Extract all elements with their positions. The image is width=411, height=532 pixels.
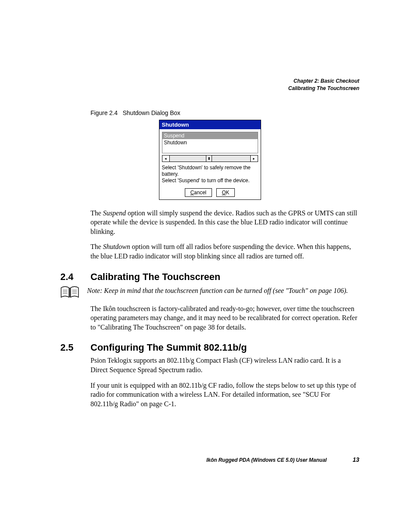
figure-caption: Figure 2.4 Shutdown Dialog Box [90,109,359,116]
paragraph-summit-2: If your unit is equipped with an 802.11b… [90,381,359,409]
section-heading-2-4: 2.4 Calibrating The Touchscreen [60,271,359,283]
section-title: Calibrating The Touchscreen [90,271,221,283]
paragraph-suspend: The Suspend option will simply suspend t… [90,208,359,236]
cancel-button[interactable]: Cancel [185,188,212,197]
list-item-suspend[interactable]: Suspend [162,132,258,139]
scroll-thumb[interactable]: ▮ [206,156,212,162]
scroll-left-button[interactable]: ◂ [162,156,170,162]
list-item-blank [162,146,258,153]
page-number: 13 [352,456,359,463]
section-heading-2-5: 2.5 Configuring The Summit 802.11b/g [60,342,359,353]
page-header: Chapter 2: Basic Checkout Calibrating Th… [60,78,359,92]
section-number: 2.4 [60,271,77,283]
figure-label: Figure 2.4 [90,109,118,116]
help-line-1: Select 'Shutdown' to safely remove the b… [162,165,258,177]
shutdown-dialog: Shutdown Suspend Shutdown ◂ ▮ ▸ Select '… [159,120,261,200]
section-number: 2.5 [60,342,77,353]
paragraph-summit-1: Psion Teklogix supports an 802.11b/g Com… [90,356,359,374]
list-item-shutdown[interactable]: Shutdown [162,139,258,146]
figure-title: Shutdown Dialog Box [123,109,181,116]
help-line-2: Select 'Suspend' to turn off the device. [162,177,258,184]
note-text: Note: Keep in mind that the touchscreen … [87,286,348,296]
ok-button[interactable]: OK [216,188,235,197]
section-title: Configuring The Summit 802.11b/g [90,342,247,353]
paragraph-calibrate: The Ikôn touchscreen is factory-calibrat… [90,304,359,332]
horizontal-scrollbar[interactable]: ◂ ▮ ▸ [162,155,258,162]
dialog-title: Shutdown [159,120,261,129]
footer-title: Ikôn Rugged PDA (Windows CE 5.0) User Ma… [206,457,327,463]
page-footer: Ikôn Rugged PDA (Windows CE 5.0) User Ma… [60,456,359,463]
book-icon [60,285,79,300]
dialog-help-text: Select 'Shutdown' to safely remove the b… [162,165,258,184]
option-listbox[interactable]: Suspend Shutdown [162,132,258,153]
header-chapter: Chapter 2: Basic Checkout [60,78,359,85]
paragraph-shutdown: The Shutdown option will turn off all ra… [90,242,359,261]
scroll-right-button[interactable]: ▸ [250,156,258,162]
note-block: Note: Keep in mind that the touchscreen … [60,285,359,300]
header-section: Calibrating The Touchscreen [60,85,359,92]
scroll-track[interactable]: ▮ [170,156,250,162]
